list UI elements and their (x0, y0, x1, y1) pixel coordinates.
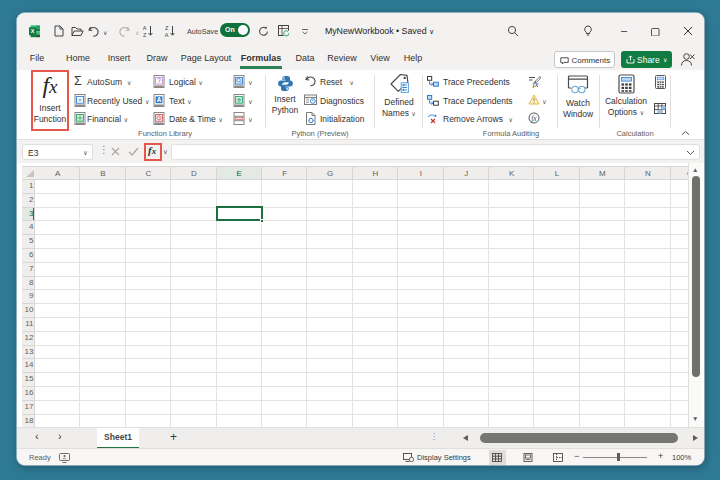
svg-text:A: A (157, 96, 162, 103)
svg-text:Z: Z (143, 32, 147, 38)
svg-text:A: A (165, 32, 169, 38)
svg-text:A: A (143, 25, 147, 31)
svg-text:?: ? (157, 77, 161, 84)
svg-text:Z: Z (165, 25, 169, 31)
svg-text:θ: θ (237, 97, 240, 103)
svg-text:fx: fx (531, 114, 537, 123)
svg-text:X: X (31, 28, 35, 34)
